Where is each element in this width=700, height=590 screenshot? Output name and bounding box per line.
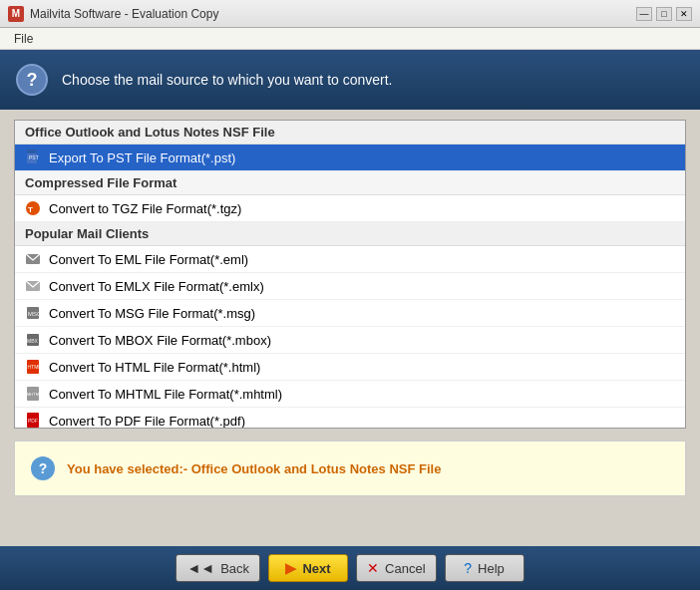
section-header-nsf: Office Outlook and Lotus Notes NSF File	[15, 121, 685, 145]
info-box: ? You have selected:- Office Outlook and…	[14, 441, 686, 496]
header-text: Choose the mail source to which you want…	[62, 72, 393, 88]
list-item-pdf[interactable]: PDF Convert To PDF File Format(*.pdf)	[15, 408, 685, 429]
help-button[interactable]: ? Help	[445, 554, 525, 582]
menu-file[interactable]: File	[8, 30, 39, 48]
list-item-eml[interactable]: Convert To EML File Format(*.eml)	[15, 246, 685, 273]
html-icon: HTML	[25, 359, 41, 375]
maximize-button[interactable]: □	[656, 7, 672, 21]
mhtml-icon: MHTM	[25, 386, 41, 402]
list-item-pdf-label: Convert To PDF File Format(*.pdf)	[49, 414, 245, 429]
tgz-icon: T	[25, 200, 41, 216]
cancel-icon: ✕	[367, 560, 379, 576]
svg-text:MSG: MSG	[28, 311, 40, 317]
back-button[interactable]: ◄◄ Back	[175, 554, 260, 582]
help-icon: ?	[464, 560, 472, 576]
bottom-bar: ◄◄ Back ▶ Next ✕ Cancel ? Help	[0, 546, 700, 590]
info-highlight: NSF File	[389, 461, 441, 476]
back-label: Back	[220, 561, 249, 576]
help-label: Help	[478, 561, 505, 576]
list-item-mhtml-label: Convert To MHTML File Format(*.mhtml)	[49, 387, 282, 402]
cancel-button[interactable]: ✕ Cancel	[356, 554, 436, 582]
minimize-button[interactable]: —	[636, 7, 652, 21]
svg-text:PDF: PDF	[28, 418, 38, 424]
list-item-mbox-label: Convert To MBOX File Format(*.mbox)	[49, 333, 271, 348]
list-item-msg-label: Convert To MSG File Format(*.msg)	[49, 306, 255, 321]
format-list[interactable]: Office Outlook and Lotus Notes NSF File …	[14, 120, 686, 429]
svg-rect-1	[27, 149, 37, 153]
emlx-icon	[25, 278, 41, 294]
title-bar-text: Mailvita Software - Evaluation Copy	[30, 7, 636, 21]
content-area: Office Outlook and Lotus Notes NSF File …	[0, 110, 700, 546]
header-banner: ? Choose the mail source to which you wa…	[0, 50, 700, 110]
section-header-compressed: Compressed File Format	[15, 171, 685, 195]
list-item-tgz[interactable]: T Convert to TGZ File Format(*.tgz)	[15, 195, 685, 222]
list-item-pst[interactable]: PST Export To PST File Format(*.pst)	[15, 145, 685, 171]
next-button[interactable]: ▶ Next	[268, 554, 348, 582]
next-label: Next	[302, 561, 330, 576]
list-item-eml-label: Convert To EML File Format(*.eml)	[49, 252, 248, 267]
close-button[interactable]: ✕	[676, 7, 692, 21]
msg-icon: MSG	[25, 305, 41, 321]
list-item-html-label: Convert To HTML File Format(*.html)	[49, 360, 260, 375]
next-icon: ▶	[285, 560, 296, 576]
list-item-tgz-label: Convert to TGZ File Format(*.tgz)	[49, 201, 241, 216]
pst-icon: PST	[25, 149, 41, 165]
menu-bar: File	[0, 28, 700, 50]
eml-icon	[25, 251, 41, 267]
list-item-mhtml[interactable]: MHTM Convert To MHTML File Format(*.mhtm…	[15, 381, 685, 408]
info-text: You have selected:- Office Outlook and L…	[67, 461, 441, 476]
svg-text:MHTM: MHTM	[27, 392, 39, 397]
list-item-pst-label: Export To PST File Format(*.pst)	[49, 150, 235, 165]
list-item-mbox[interactable]: MBX Convert To MBOX File Format(*.mbox)	[15, 327, 685, 354]
list-item-msg[interactable]: MSG Convert To MSG File Format(*.msg)	[15, 300, 685, 327]
svg-text:PST: PST	[29, 154, 39, 160]
app-logo: M	[8, 6, 24, 22]
info-icon: ?	[31, 456, 55, 480]
title-bar: M Mailvita Software - Evaluation Copy — …	[0, 0, 700, 28]
header-icon: ?	[16, 64, 48, 96]
svg-text:T: T	[28, 205, 33, 214]
mbox-icon: MBX	[25, 332, 41, 348]
list-item-emlx-label: Convert To EMLX File Format(*.emlx)	[49, 279, 264, 294]
pdf-icon: PDF	[25, 413, 41, 429]
title-bar-controls: — □ ✕	[636, 7, 692, 21]
list-item-emlx[interactable]: Convert To EMLX File Format(*.emlx)	[15, 273, 685, 300]
back-icon: ◄◄	[186, 560, 214, 576]
svg-text:MBX: MBX	[27, 338, 39, 344]
list-item-html[interactable]: HTML Convert To HTML File Format(*.html)	[15, 354, 685, 381]
cancel-label: Cancel	[385, 561, 425, 576]
section-header-popular: Popular Mail Clients	[15, 222, 685, 246]
svg-text:HTML: HTML	[28, 364, 41, 370]
